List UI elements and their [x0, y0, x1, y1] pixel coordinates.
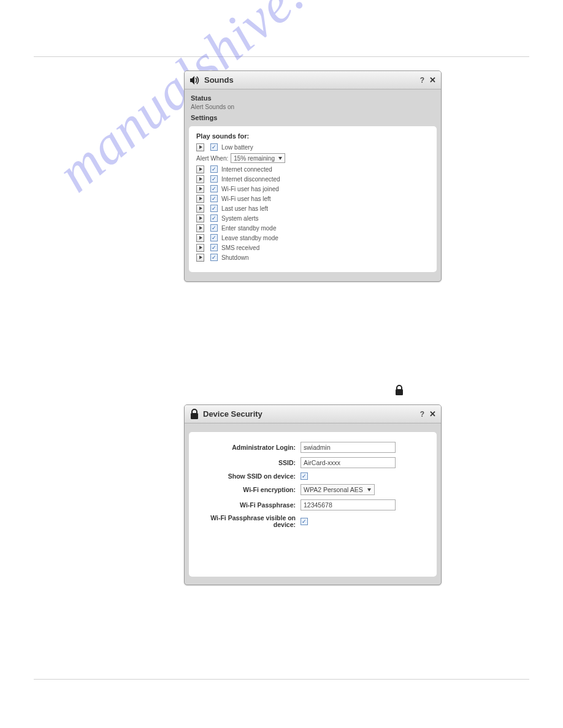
ssid-label: SSID:	[196, 459, 301, 466]
encryption-label: Wi-Fi encryption:	[196, 486, 301, 493]
checkbox[interactable]: ✓	[210, 175, 218, 183]
ssid-input[interactable]	[301, 457, 396, 468]
checkbox[interactable]: ✓	[210, 205, 218, 212]
sound-row: ✓ Wi-Fi user has left	[196, 194, 429, 203]
checkbox[interactable]: ✓	[210, 185, 218, 192]
help-button[interactable]: ?	[420, 410, 424, 419]
sound-label: System alerts	[221, 215, 259, 222]
checkbox[interactable]: ✓	[210, 234, 218, 241]
help-button[interactable]: ?	[420, 76, 424, 85]
play-icon[interactable]	[196, 234, 204, 242]
security-panel: Device Security ? ✕ Administrator Login:…	[184, 404, 442, 585]
status-label: Status	[191, 94, 435, 102]
checkbox[interactable]: ✓	[210, 165, 218, 173]
passphrase-visible-row: Wi-Fi Passphrase visible on device: ✓	[196, 515, 429, 528]
close-button[interactable]: ✕	[429, 75, 436, 85]
show-ssid-checkbox[interactable]: ✓	[301, 472, 308, 480]
admin-login-row: Administrator Login:	[196, 442, 429, 453]
play-icon[interactable]	[196, 254, 204, 262]
sound-row: ✓ SMS received	[196, 243, 429, 252]
sound-row: ✓ Internet connected	[196, 164, 429, 174]
checkbox[interactable]: ✓	[210, 195, 218, 202]
play-icon[interactable]	[196, 244, 204, 252]
sound-row-low-battery: ✓ Low battery	[196, 142, 429, 152]
security-form-box: Administrator Login: SSID: Show SSID on …	[189, 432, 437, 577]
volume-icon	[190, 75, 201, 85]
passphrase-visible-checkbox[interactable]: ✓	[301, 518, 308, 525]
admin-login-input[interactable]	[301, 442, 396, 453]
passphrase-label: Wi-Fi Passphrase:	[196, 501, 301, 509]
play-icon[interactable]	[196, 195, 204, 203]
passphrase-visible-label: Wi-Fi Passphrase visible on device:	[196, 515, 301, 528]
show-ssid-row: Show SSID on device: ✓	[196, 472, 429, 480]
divider-bottom	[34, 679, 529, 680]
sound-label: Wi-Fi user has left	[221, 195, 271, 202]
close-button[interactable]: ✕	[429, 409, 436, 419]
sound-label: Internet connected	[221, 166, 272, 173]
lock-icon	[190, 409, 199, 420]
svg-rect-1	[191, 413, 198, 419]
lock-icon	[394, 385, 404, 398]
sounds-panel: Sounds ? ✕ Status Alert Sounds on Settin…	[184, 70, 442, 282]
security-panel-title: Device Security	[203, 409, 262, 419]
svg-rect-0	[396, 389, 403, 395]
sound-label: Shutdown	[221, 254, 248, 261]
passphrase-row: Wi-Fi Passphrase:	[196, 499, 429, 510]
sound-row: ✓ System alerts	[196, 213, 429, 223]
sound-row: ✓ Leave standby mode	[196, 233, 429, 243]
settings-label: Settings	[191, 114, 435, 121]
sound-row: ✓ Internet disconnected	[196, 174, 429, 184]
sound-row: ✓ Shutdown	[196, 252, 429, 262]
sound-row: ✓ Enter standby mode	[196, 223, 429, 233]
play-icon[interactable]	[196, 185, 204, 193]
play-sounds-label: Play sounds for:	[196, 132, 429, 140]
sound-label: Last user has left	[221, 205, 268, 212]
play-icon[interactable]	[196, 205, 204, 213]
play-icon[interactable]	[196, 214, 204, 222]
checkbox[interactable]: ✓	[210, 254, 218, 261]
alert-when-row: Alert When: 15% remaining	[196, 153, 429, 163]
checkbox[interactable]: ✓	[210, 224, 218, 232]
divider-top	[34, 56, 529, 57]
encryption-row: Wi-Fi encryption: WPA2 Personal AES	[196, 484, 429, 495]
sound-label: Enter standby mode	[221, 225, 277, 232]
show-ssid-label: Show SSID on device:	[196, 472, 301, 480]
alert-when-select[interactable]: 15% remaining	[231, 153, 285, 163]
sound-row: ✓ Wi-Fi user has joined	[196, 184, 429, 194]
alert-when-label: Alert When:	[196, 155, 228, 162]
checkbox[interactable]: ✓	[210, 214, 218, 222]
play-icon[interactable]	[196, 165, 204, 173]
security-panel-header: Device Security ? ✕	[185, 405, 441, 423]
sound-row: ✓ Last user has left	[196, 203, 429, 213]
checkbox[interactable]: ✓	[210, 244, 218, 251]
ssid-row: SSID:	[196, 457, 429, 468]
sound-label: Low battery	[221, 144, 253, 151]
sound-label: Leave standby mode	[221, 235, 278, 241]
sounds-panel-header: Sounds ? ✕	[185, 71, 441, 89]
sound-label: SMS received	[221, 245, 259, 251]
passphrase-input[interactable]	[301, 499, 396, 510]
encryption-select[interactable]: WPA2 Personal AES	[301, 484, 375, 495]
play-icon[interactable]	[196, 143, 204, 151]
admin-login-label: Administrator Login:	[196, 444, 301, 451]
status-text: Alert Sounds on	[191, 104, 435, 110]
sound-label: Wi-Fi user has joined	[221, 186, 279, 192]
play-icon[interactable]	[196, 224, 204, 232]
checkbox[interactable]: ✓	[210, 143, 218, 151]
sounds-settings-box: Play sounds for: ✓ Low battery Alert Whe…	[189, 126, 437, 272]
sounds-status-block: Status Alert Sounds on Settings	[185, 89, 441, 123]
play-icon[interactable]	[196, 175, 204, 183]
sound-label: Internet disconnected	[221, 176, 280, 183]
sounds-panel-title: Sounds	[204, 75, 234, 85]
